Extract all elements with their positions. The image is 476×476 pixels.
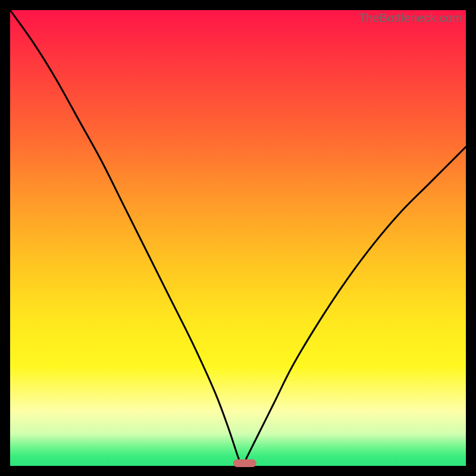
plot-area: TheBottleneck.com	[10, 10, 466, 466]
chart-frame: TheBottleneck.com	[0, 0, 476, 476]
minimum-marker	[233, 459, 256, 467]
bottleneck-curve	[10, 10, 466, 466]
